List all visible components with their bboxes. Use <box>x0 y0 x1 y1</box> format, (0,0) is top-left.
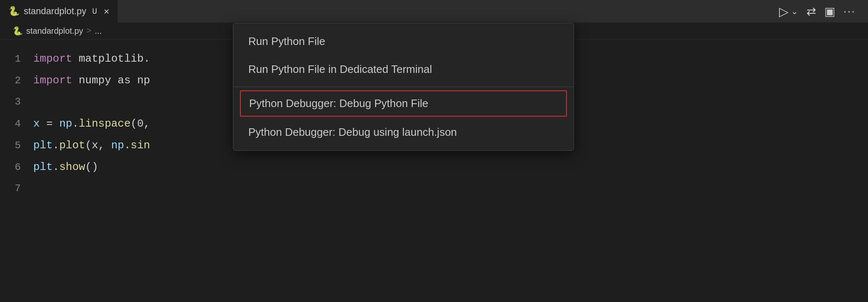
tab-standardplot[interactable]: 🐍 standardplot.py U ✕ <box>0 0 118 23</box>
run-button[interactable]: ▷ ⌄ <box>779 4 798 19</box>
toolbar-right: ▷ ⌄ ⇄ ▣ ··· <box>779 4 868 19</box>
menu-item-debug-using-launch[interactable]: Python Debugger: Debug using launch.json <box>233 118 574 146</box>
python-file-icon: 🐍 <box>8 6 20 17</box>
run-icon: ▷ <box>779 4 789 19</box>
breadcrumb-rest: ... <box>95 26 102 36</box>
tab-filename: standardplot.py <box>24 6 86 17</box>
line-number-6: 6 <box>0 157 33 178</box>
menu-item-debug-using-launch-label: Python Debugger: Debug using launch.json <box>248 126 457 139</box>
branch-button[interactable]: ⇄ <box>806 5 816 18</box>
tab-modified-badge: U <box>92 7 97 16</box>
line-number-2: 2 <box>0 70 33 92</box>
menu-item-run-python-file-label: Run Python File <box>248 35 325 48</box>
layout-button[interactable]: ▣ <box>824 5 835 18</box>
line-content-4: x = np.linspace(0, <box>33 113 150 135</box>
line-number-7: 7 <box>0 178 33 200</box>
menu-divider-1 <box>233 87 574 87</box>
line-number-4: 4 <box>0 113 33 135</box>
line-content-1: import matplotlib. <box>33 48 150 70</box>
breadcrumb-separator: > <box>87 26 91 36</box>
line-content-5: plt.plot(x, np.sin <box>33 135 150 156</box>
line-number-5: 5 <box>0 135 33 157</box>
line-content-6: plt.show() <box>33 156 98 178</box>
code-line-7: 7 <box>0 178 868 200</box>
layout-icon: ▣ <box>824 5 835 18</box>
more-icon: ··· <box>843 5 856 18</box>
tab-bar: 🐍 standardplot.py U ✕ ▷ ⌄ ⇄ ▣ ··· <box>0 0 868 23</box>
menu-item-run-python-file-terminal-label: Run Python File in Dedicated Terminal <box>248 63 432 76</box>
breadcrumb-filename[interactable]: standardplot.py <box>26 26 83 36</box>
breadcrumb-python-icon: 🐍 <box>12 26 23 36</box>
run-dropdown-menu: Run Python File Run Python File in Dedic… <box>233 23 574 151</box>
menu-item-run-python-file[interactable]: Run Python File <box>233 27 574 55</box>
tab-close-button[interactable]: ✕ <box>104 6 109 17</box>
menu-item-debug-python-file[interactable]: Python Debugger: Debug Python File <box>240 90 567 117</box>
menu-item-debug-python-file-label: Python Debugger: Debug Python File <box>249 97 428 110</box>
branch-icon: ⇄ <box>806 5 816 18</box>
line-number-3: 3 <box>0 91 33 113</box>
line-number-1: 1 <box>0 48 33 70</box>
menu-item-run-python-file-terminal[interactable]: Run Python File in Dedicated Terminal <box>233 55 574 83</box>
run-dropdown-icon: ⌄ <box>791 6 798 16</box>
code-line-6: 6 plt.show() <box>0 156 868 178</box>
more-button[interactable]: ··· <box>843 5 856 18</box>
line-content-2: import numpy as np <box>33 70 150 91</box>
